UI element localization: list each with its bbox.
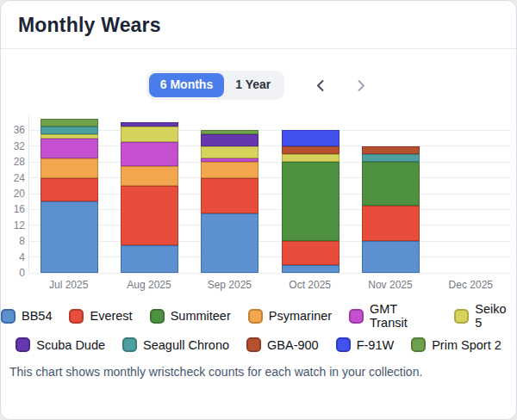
legend-label: BB54 (22, 309, 52, 323)
bar-slot-sep-2025 (190, 114, 270, 273)
bar-segment-seiko-5[interactable] (201, 146, 258, 158)
y-tick-label-4: 4 (19, 252, 25, 262)
legend-label: Psymariner (269, 309, 332, 323)
prev-period-button[interactable] (310, 76, 329, 95)
bar-segment-seiko-5[interactable] (282, 154, 339, 162)
y-tick-label-12: 12 (14, 220, 25, 231)
bar-segment-everest[interactable] (201, 178, 258, 213)
stacked-bar-nov-2025 (362, 146, 420, 273)
bar-segment-psymariner[interactable] (121, 166, 178, 186)
bar-segment-everest[interactable] (362, 206, 420, 241)
bar-segment-everest[interactable] (282, 241, 339, 265)
x-tick-label-sep-2025: Sep 2025 (190, 279, 270, 291)
bar-segment-seagull-chrono[interactable] (40, 127, 98, 134)
x-tick-label-oct-2025: Oct 2025 (270, 279, 350, 291)
y-tick-label-32: 32 (14, 141, 25, 151)
legend-label: F-91W (357, 338, 395, 352)
bar-segment-gmt-transit[interactable] (40, 139, 98, 158)
legend-item-summiteer[interactable]: Summiteer (150, 302, 231, 330)
y-tick-label-0: 0 (19, 268, 25, 278)
x-tick-label-aug-2025: Aug 2025 (109, 279, 189, 291)
x-tick-label-jul-2025: Jul 2025 (28, 279, 109, 291)
bar-segment-psymariner[interactable] (40, 158, 98, 178)
bar-slot-dec-2025 (431, 114, 511, 273)
bar-segment-gba-900[interactable] (362, 146, 420, 154)
toggle-1-year[interactable]: 1 Year (224, 73, 282, 96)
y-tick-label-16: 16 (14, 204, 25, 214)
legend-label: GBA-900 (267, 338, 319, 352)
bar-segment-bb54[interactable] (362, 241, 420, 273)
bar-segment-seagull-chrono[interactable] (362, 154, 420, 162)
y-tick-label-8: 8 (19, 236, 25, 246)
card-header: Monthly Wears (1, 1, 516, 49)
legend-item-scuba-dude[interactable]: Scuba Dude (16, 337, 105, 352)
stacked-bar-aug-2025 (121, 122, 178, 273)
next-period-button[interactable] (352, 76, 371, 95)
bar-slot-oct-2025 (271, 114, 351, 273)
bar-segment-bb54[interactable] (201, 213, 258, 273)
legend-label: Summiteer (171, 309, 231, 323)
bar-segment-summiteer[interactable] (362, 162, 420, 206)
bar-segment-bb54[interactable] (121, 245, 178, 273)
chart-caption: This chart shows monthly wristcheck coun… (9, 365, 506, 379)
bar-segment-f-91w[interactable] (282, 130, 339, 145)
y-tick-label-28: 28 (14, 157, 25, 167)
legend-item-everest[interactable]: Everest (69, 302, 132, 330)
bar-segment-everest[interactable] (121, 186, 178, 245)
legend-swatch-icon (246, 337, 261, 352)
bar-slot-jul-2025 (29, 114, 109, 273)
chart-legend: BB54EverestSummiteerPsymarinerGMT Transi… (1, 302, 516, 352)
y-tick-label-20: 20 (14, 188, 25, 199)
bar-segment-bb54[interactable] (40, 201, 98, 273)
legend-item-gmt-transit[interactable]: GMT Transit (349, 302, 437, 330)
x-axis: Jul 2025Aug 2025Sep 2025Oct 2025Nov 2025… (28, 279, 511, 291)
month-nav (310, 76, 371, 95)
page-title: Monthly Wears (18, 14, 499, 37)
bar-segment-gmt-transit[interactable] (121, 142, 178, 166)
legend-label: Prim Sport 2 (432, 338, 501, 352)
legend-swatch-icon (454, 309, 469, 324)
bar-segment-summiteer[interactable] (282, 162, 339, 241)
legend-item-psymariner[interactable]: Psymariner (248, 302, 332, 330)
chevron-left-icon (315, 79, 325, 92)
stacked-bar-oct-2025 (282, 130, 339, 273)
legend-swatch-icon (150, 309, 165, 324)
legend-label: Scuba Dude (36, 338, 105, 352)
legend-swatch-icon (336, 337, 351, 352)
legend-swatch-icon (16, 337, 30, 352)
range-toggle-group: 6 Months 1 Year (146, 71, 284, 99)
legend-label: GMT Transit (370, 302, 438, 330)
y-axis: 04812162024283236 (6, 114, 28, 273)
monthly-wears-card: Monthly Wears 6 Months 1 Year 0481216202… (0, 0, 517, 420)
chevron-right-icon (357, 79, 366, 92)
legend-swatch-icon (349, 309, 364, 324)
legend-item-f-91w[interactable]: F-91W (336, 337, 395, 352)
legend-item-seagull-chrono[interactable]: Seagull Chrono (122, 337, 229, 352)
chart-controls: 6 Months 1 Year (1, 71, 516, 100)
legend-row-2: Scuba DudeSeagull ChronoGBA-900F-91WPrim… (1, 337, 516, 352)
card-footer: This chart shows monthly wristcheck coun… (9, 365, 506, 379)
bar-segment-scuba-dude[interactable] (201, 134, 258, 146)
bar-slot-aug-2025 (109, 114, 190, 273)
legend-item-prim-sport-2[interactable]: Prim Sport 2 (411, 337, 501, 352)
legend-swatch-icon (1, 309, 16, 324)
bar-segment-psymariner[interactable] (201, 162, 258, 177)
toggle-6-months[interactable]: 6 Months (149, 73, 224, 96)
bar-segment-seiko-5[interactable] (121, 127, 178, 142)
bar-segment-gba-900[interactable] (282, 146, 339, 154)
legend-item-bb54[interactable]: BB54 (1, 302, 52, 330)
stacked-bar-jul-2025 (40, 119, 98, 273)
bar-segment-prim-sport-2[interactable] (40, 119, 98, 127)
legend-label: Seagull Chrono (143, 338, 229, 352)
bar-segment-everest[interactable] (40, 178, 98, 202)
legend-label: Everest (90, 309, 132, 323)
y-tick-label-36: 36 (14, 125, 25, 135)
legend-swatch-icon (122, 337, 137, 352)
bars-layer (29, 114, 511, 273)
bar-segment-bb54[interactable] (282, 265, 339, 273)
stacked-bar-sep-2025 (201, 130, 258, 273)
legend-item-seiko-5[interactable]: Seiko 5 (454, 302, 516, 330)
legend-item-gba-900[interactable]: GBA-900 (246, 337, 319, 352)
legend-swatch-icon (69, 309, 84, 324)
x-tick-label-nov-2025: Nov 2025 (350, 279, 430, 291)
